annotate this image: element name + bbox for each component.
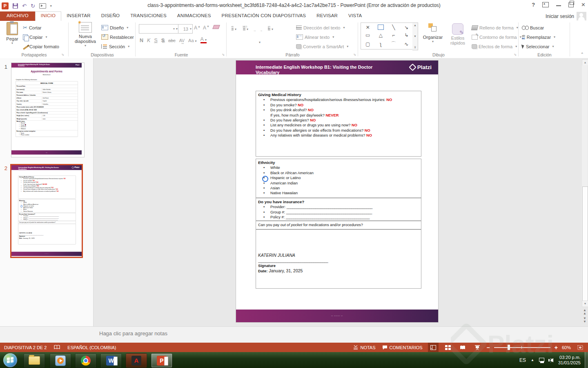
select-button[interactable]: Seleccionar xyxy=(522,42,554,51)
normal-view-button[interactable] xyxy=(428,343,439,352)
tab-diseno[interactable]: DISEÑO xyxy=(96,11,125,21)
bullets-button[interactable] xyxy=(230,25,238,32)
clipboard-dialog-launcher-icon[interactable]: ⇘ xyxy=(60,52,65,57)
notes-toggle[interactable]: NOTAS xyxy=(352,343,376,352)
tab-transiciones[interactable]: TRANSICIONES xyxy=(125,11,172,21)
paragraph-dialog-launcher-icon[interactable]: ⇘ xyxy=(352,52,357,57)
save-icon[interactable] xyxy=(13,3,18,9)
tab-inicio[interactable]: INICIO xyxy=(35,11,61,21)
underline-button[interactable]: S xyxy=(154,38,157,43)
undo-icon[interactable]: ↶ xyxy=(22,3,27,9)
spell-check-icon[interactable] xyxy=(54,345,60,350)
ethnicity-box[interactable]: Ethnicity White Black or African America… xyxy=(256,159,421,198)
increase-indent-button[interactable] xyxy=(260,28,263,29)
scrollbar-thumb[interactable] xyxy=(582,186,588,306)
slide-sorter-view-button[interactable] xyxy=(443,343,453,352)
zoom-level[interactable]: 60% xyxy=(562,345,571,350)
character-spacing-button[interactable]: AV xyxy=(179,38,185,43)
align-left-button[interactable] xyxy=(230,41,233,43)
slide-header-bar[interactable]: Intermediate English Workshop B1: Visiti… xyxy=(11,165,82,170)
convert-smartart-button[interactable]: Convertir a SmartArt xyxy=(296,42,348,51)
clear-formatting-icon[interactable] xyxy=(212,25,220,29)
font-size-combo[interactable]: 13▾ xyxy=(178,24,193,34)
collapse-ribbon-icon[interactable]: ⌃ xyxy=(581,52,584,56)
show-desktop-button[interactable] xyxy=(585,352,588,368)
reset-button[interactable]: Restablecer xyxy=(101,33,134,41)
zoom-slider-knob[interactable] xyxy=(508,345,510,350)
user-avatar[interactable] xyxy=(577,12,586,20)
shape-icon-3[interactable]: ↘ xyxy=(404,25,408,30)
quick-styles-button[interactable]: Estilos rápidos xyxy=(446,23,469,45)
start-slideshow-icon[interactable] xyxy=(39,3,46,9)
scroll-up-icon[interactable]: ▲ xyxy=(582,59,588,66)
insurance-box[interactable]: Do you have insurance? Provider: _______… xyxy=(256,198,421,221)
network-icon[interactable] xyxy=(539,358,545,363)
shapes-gallery-scrollbar[interactable]: ▲▼⊻ xyxy=(412,22,418,50)
start-button[interactable] xyxy=(3,353,17,367)
shape-icon-6[interactable]: ⌐ xyxy=(392,32,395,38)
customize-qat-icon[interactable]: ▾ xyxy=(50,4,52,8)
grow-font-button[interactable]: A▲ xyxy=(193,25,202,31)
scroll-down-icon[interactable]: ▼ xyxy=(582,301,588,307)
tab-vista[interactable]: VISTA xyxy=(343,11,367,21)
signature-box[interactable]: KATERIN JULIANA ________________________… xyxy=(256,229,421,289)
layout-button[interactable]: Diseño xyxy=(101,23,128,32)
format-painter-button[interactable]: Copiar formato xyxy=(23,42,59,51)
new-slide-button[interactable]: Nueva diapositiva ▾ xyxy=(73,22,98,47)
tab-archivo[interactable]: ARCHIVO xyxy=(0,11,35,21)
shrink-font-button[interactable]: A▼ xyxy=(202,25,211,31)
tray-show-hidden-icon[interactable]: ▲ xyxy=(531,358,534,362)
shape-icon-10[interactable]: ⌒ xyxy=(391,40,396,47)
slide-1-thumbnail[interactable]: Intermediate English Workshop B1: Visiti… xyxy=(11,63,84,157)
align-center-button[interactable] xyxy=(236,41,240,43)
zoom-in-button[interactable]: + xyxy=(555,345,558,350)
slideshow-view-button[interactable] xyxy=(472,343,483,352)
copy-button[interactable]: Copiar xyxy=(23,33,47,41)
bold-button[interactable]: N xyxy=(140,38,143,43)
previous-slide-icon[interactable]: ▲▲ xyxy=(582,309,588,315)
arrange-button[interactable]: Organizar ▾ xyxy=(421,23,445,43)
shape-icon-9[interactable]: ʅ xyxy=(380,41,381,47)
tray-language[interactable]: ES xyxy=(519,357,526,363)
insurance-box[interactable]: Do you have insurance? Provider: _______… xyxy=(18,213,76,221)
minimize-icon[interactable] xyxy=(556,2,561,7)
taskbar-file-explorer[interactable] xyxy=(24,353,45,368)
text-direction-button[interactable]: Dirección del texto xyxy=(296,23,345,32)
align-text-button[interactable]: Alinear texto xyxy=(296,33,334,41)
numbering-button[interactable] xyxy=(241,25,250,32)
shape-icon-2[interactable]: ╲ xyxy=(392,25,395,30)
ribbon-display-options-icon[interactable] xyxy=(542,2,549,7)
italic-button[interactable]: K xyxy=(147,38,150,43)
shape-icon-8[interactable]: ▢ xyxy=(365,41,370,47)
powerpoint-app-icon[interactable]: P xyxy=(2,2,9,9)
drawing-dialog-launcher-icon[interactable]: ⇘ xyxy=(513,52,517,57)
tab-presentacion[interactable]: PRESENTACIÓN CON DIAPOSITIVAS xyxy=(216,11,312,21)
next-slide-icon[interactable]: ▼▼ xyxy=(582,317,588,323)
change-case-button[interactable]: Aa xyxy=(188,38,196,43)
vertical-scrollbar[interactable]: ▲ ▼ ▲▲ ▼▼ xyxy=(581,59,588,324)
tray-clock[interactable]: 03:20 p.m. 31/01/2025 xyxy=(558,355,581,366)
shape-icon-0[interactable]: ✕ xyxy=(366,25,370,30)
medical-history-box[interactable]: Giving Medical History Previous operatio… xyxy=(18,176,76,199)
font-color-button[interactable]: A xyxy=(200,37,207,43)
tab-revisar[interactable]: REVISAR xyxy=(311,11,343,21)
scrollbar-track[interactable] xyxy=(582,65,588,300)
replace-button[interactable]: ab ac Reemplazar xyxy=(522,33,555,41)
ethnicity-box[interactable]: Ethnicity White Black or African America… xyxy=(18,199,76,213)
medical-history-box[interactable]: Giving Medical History Previous operatio… xyxy=(256,91,421,157)
taskbar-chrome[interactable] xyxy=(75,353,96,368)
taskbar-powerpoint[interactable]: P xyxy=(151,353,172,368)
align-right-button[interactable] xyxy=(243,41,246,43)
slide-canvas[interactable]: Intermediate English Workshop B1: Visiti… xyxy=(236,61,438,322)
cut-button[interactable]: ✂ Cortar xyxy=(23,23,41,32)
text-shadow-button[interactable]: S xyxy=(161,38,165,43)
taskbar-word[interactable]: W xyxy=(100,353,122,368)
columns-button[interactable] xyxy=(256,38,262,45)
section-button[interactable]: Sección xyxy=(101,42,129,51)
justify-button[interactable] xyxy=(249,41,253,43)
font-dialog-launcher-icon[interactable]: ⇘ xyxy=(221,52,225,57)
language-indicator[interactable]: ESPAÑOL (COLOMBIA) xyxy=(67,345,116,350)
out-of-pocket-box[interactable]: Can you pay out of pocket for medication… xyxy=(256,221,421,229)
out-of-pocket-box[interactable]: Can you pay out of pocket for medication… xyxy=(18,221,76,224)
strikethrough-button[interactable]: abc xyxy=(168,38,176,43)
